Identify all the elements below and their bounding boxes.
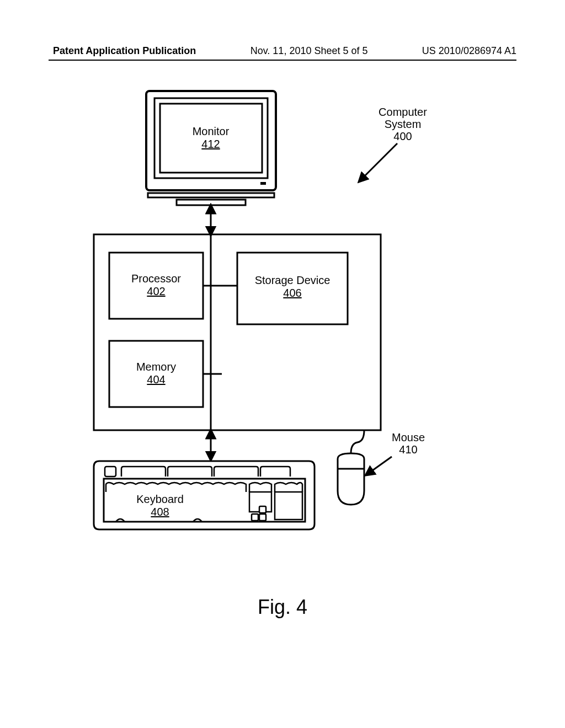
monitor-ref: 412 bbox=[201, 138, 220, 150]
svg-rect-8 bbox=[148, 193, 274, 197]
svg-line-26 bbox=[369, 457, 392, 473]
svg-text:Mouse: Mouse bbox=[392, 431, 425, 443]
svg-rect-22 bbox=[259, 506, 266, 513]
svg-rect-17 bbox=[105, 467, 116, 477]
monitor-label: Monitor bbox=[193, 125, 230, 137]
svg-rect-21 bbox=[259, 514, 266, 521]
mouse-icon bbox=[338, 430, 364, 505]
processor-box: Processor 402 bbox=[109, 253, 222, 319]
svg-line-3 bbox=[361, 143, 397, 179]
figure-caption: Fig. 4 bbox=[0, 596, 565, 619]
svg-rect-9 bbox=[177, 200, 246, 205]
keyboard-ref: 408 bbox=[151, 506, 169, 518]
header-rule bbox=[49, 60, 516, 61]
svg-rect-20 bbox=[252, 514, 258, 521]
processor-label: Processor bbox=[131, 272, 181, 285]
memory-label: Memory bbox=[136, 361, 176, 373]
monitor-icon: Monitor 412 bbox=[146, 91, 276, 205]
page-header: Patent Application Publication Nov. 11, … bbox=[0, 45, 565, 57]
svg-text:400: 400 bbox=[393, 130, 412, 142]
svg-text:System: System bbox=[385, 118, 422, 130]
storage-box: Storage Device 406 bbox=[222, 253, 348, 324]
svg-text:Computer: Computer bbox=[379, 106, 427, 118]
keyboard-icon: Keyboard 408 bbox=[94, 461, 315, 529]
header-center: Nov. 11, 2010 Sheet 5 of 5 bbox=[250, 45, 368, 57]
svg-text:410: 410 bbox=[399, 443, 417, 456]
keyboard-label: Keyboard bbox=[136, 493, 184, 505]
memory-box: Memory 404 bbox=[109, 341, 222, 407]
processor-ref: 402 bbox=[147, 285, 165, 297]
header-left: Patent Application Publication bbox=[53, 45, 196, 57]
mouse-label: Mouse 410 bbox=[369, 431, 425, 473]
header-right: US 2010/0286974 A1 bbox=[422, 45, 516, 57]
storage-ref: 406 bbox=[283, 287, 301, 299]
svg-rect-19 bbox=[275, 492, 302, 520]
system-label: Computer System 400 bbox=[361, 106, 427, 179]
memory-ref: 404 bbox=[147, 373, 165, 386]
svg-rect-7 bbox=[260, 182, 266, 185]
storage-label: Storage Device bbox=[255, 274, 331, 286]
system-diagram: Computer System 400 Monitor 412 Processo… bbox=[83, 83, 482, 540]
